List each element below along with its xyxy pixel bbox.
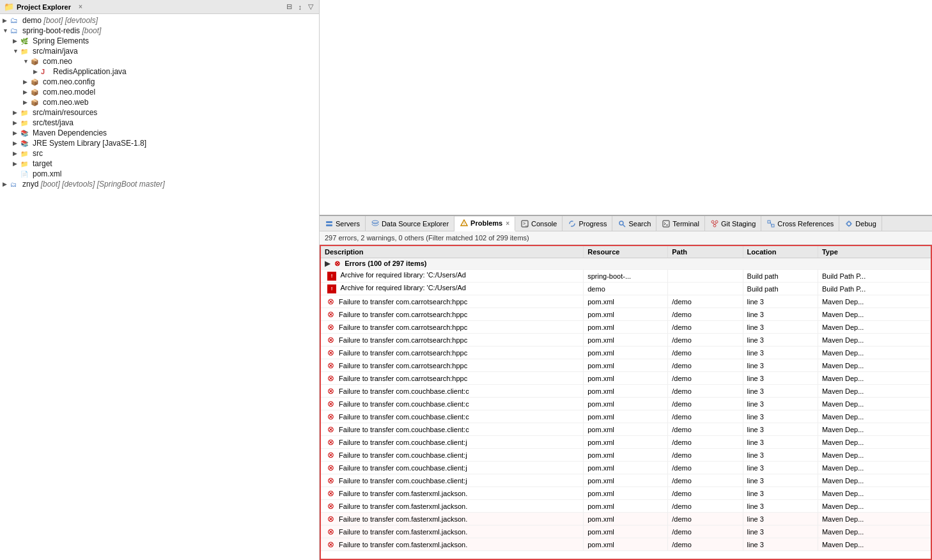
toggle-com-neo[interactable]: ▼	[23, 58, 31, 65]
toggle-target[interactable]: ▶	[13, 160, 20, 167]
cell-description: ⊗ Failure to transfer com.fasterxml.jack…	[321, 513, 584, 525]
desc-text: Failure to transfer com.fasterxml.jackso…	[339, 541, 467, 548]
cell-description: ⊗ Failure to transfer com.carrotsearch:h…	[321, 321, 584, 334]
cell-type: Maven Dep...	[818, 500, 930, 513]
view-menu-button[interactable]: ▽	[306, 2, 315, 12]
toggle-src-test-java[interactable]: ▶	[13, 120, 20, 126]
table-row[interactable]: ⊗ Failure to transfer com.carrotsearch:h…	[321, 321, 931, 334]
tree-item-com-neo-config[interactable]: ▶ 📦 com.neo.config	[0, 77, 319, 87]
tab-search[interactable]: Search	[612, 216, 656, 231]
svg-point-7	[570, 221, 575, 226]
table-row[interactable]: ⊗ Failure to transfer com.couchbase.clie…	[321, 398, 931, 410]
cell-type: Maven Dep...	[818, 385, 930, 398]
table-row[interactable]: ⊗ Failure to transfer com.couchbase.clie…	[321, 410, 931, 423]
table-row[interactable]: ⊗ Failure to transfer com.carrotsearch:h…	[321, 295, 931, 308]
tab-console[interactable]: >_ Console	[515, 216, 563, 231]
tree-item-target[interactable]: ▶ 📁 target	[0, 159, 319, 169]
toggle-src-main-resources[interactable]: ▶	[13, 109, 20, 116]
table-row[interactable]: ⊗ Failure to transfer com.fasterxml.jack…	[321, 525, 931, 538]
tree-item-jre-system[interactable]: ▶ 📚 JRE System Library [JavaSE-1.8]	[0, 138, 319, 148]
toggle-maven-deps[interactable]: ▶	[13, 130, 20, 136]
tree-item-spring-elements[interactable]: ▶ 🌿 Spring Elements	[0, 36, 319, 46]
toggle-spring-boot-redis[interactable]: ▼	[3, 27, 10, 34]
toggle-com-neo-web[interactable]: ▶	[23, 99, 31, 105]
table-row[interactable]: ! Archive for required library: 'C:/User…	[321, 283, 931, 295]
tree-area[interactable]: ▶ 🗂 demo [boot] [devtools] ▼ 🗂 spring-bo…	[0, 14, 319, 560]
tree-item-src-main-resources[interactable]: ▶ 📁 src/main/resources	[0, 107, 319, 118]
tree-item-spring-boot-redis[interactable]: ▼ 🗂 spring-boot-redis [boot]	[0, 26, 319, 36]
tree-item-src-main-java[interactable]: ▼ 📁 src/main/java	[0, 46, 319, 56]
svg-text:!: !	[463, 222, 465, 226]
toggle-spring-elements[interactable]: ▶	[13, 38, 20, 44]
col-header-type[interactable]: Type	[818, 246, 930, 258]
tree-item-com-neo-web[interactable]: ▶ 📦 com.neo.web	[0, 97, 319, 107]
toggle-demo[interactable]: ▶	[3, 17, 10, 24]
cell-description: ⊗ Failure to transfer com.carrotsearch:h…	[321, 295, 584, 308]
problems-table[interactable]: Description Resource Path Location Type	[320, 245, 932, 560]
error-icon: ⊗	[327, 450, 334, 460]
link-editor-button[interactable]: ↕	[297, 2, 304, 12]
table-row[interactable]: ⊗ Failure to transfer com.couchbase.clie…	[321, 474, 931, 487]
cell-resource: pom.xml	[584, 372, 668, 385]
table-row[interactable]: ⊗ Failure to transfer com.carrotsearch:h…	[321, 308, 931, 321]
desc-text: Failure to transfer com.carrotsearch:hpp…	[339, 362, 467, 369]
cell-description: ⊗ Failure to transfer com.carrotsearch:h…	[321, 308, 584, 321]
collapse-all-button[interactable]: ⊟	[284, 2, 294, 12]
tab-crossrefs[interactable]: Cross References	[761, 216, 839, 231]
tree-item-znyd[interactable]: ▶ 🗂 znyd [boot] [devtools] [SpringBoot m…	[0, 179, 319, 189]
table-row[interactable]: ⊗ Failure to transfer com.couchbase.clie…	[321, 423, 931, 436]
tab-servers[interactable]: Servers	[320, 216, 366, 231]
tab-gitstaging-label: Git Staging	[721, 220, 756, 228]
cell-type: Maven Dep...	[818, 449, 930, 462]
tree-item-src[interactable]: ▶ 📁 src	[0, 148, 319, 159]
table-row[interactable]: ⊗ Failure to transfer com.couchbase.clie…	[321, 462, 931, 474]
svg-line-15	[713, 223, 715, 224]
toggle-redis-app[interactable]: ▶	[33, 68, 41, 75]
cell-resource: pom.xml	[584, 500, 668, 513]
toggle-jre-system[interactable]: ▶	[13, 140, 20, 146]
table-row[interactable]: ⊗ Failure to transfer com.carrotsearch:h…	[321, 334, 931, 346]
table-row[interactable]: ⊗ Failure to transfer com.carrotsearch:h…	[321, 372, 931, 385]
tree-item-redis-application[interactable]: ▶ J RedisApplication.java	[0, 66, 319, 77]
tree-item-maven-deps[interactable]: ▶ 📚 Maven Dependencies	[0, 128, 319, 138]
cell-type: Maven Dep...	[818, 410, 930, 423]
tree-item-com-neo-model[interactable]: ▶ 📦 com.neo.model	[0, 87, 319, 97]
tree-item-com-neo[interactable]: ▼ 📦 com.neo	[0, 56, 319, 66]
problems-close-icon[interactable]: ×	[506, 220, 509, 227]
tree-item-demo[interactable]: ▶ 🗂 demo [boot] [devtools]	[0, 15, 319, 26]
tab-debug[interactable]: Debug	[839, 216, 882, 231]
col-header-location[interactable]: Location	[743, 246, 818, 258]
col-header-description[interactable]: Description	[321, 246, 584, 258]
tab-progress[interactable]: Progress	[563, 216, 612, 231]
table-row[interactable]: ⊗ Failure to transfer com.fasterxml.jack…	[321, 538, 931, 551]
tab-datasource[interactable]: Data Source Explorer	[366, 216, 454, 231]
tree-item-pom-xml[interactable]: 📄 pom.xml	[0, 169, 319, 179]
svg-line-19	[770, 222, 772, 226]
table-row[interactable]: ⊗ Failure to transfer com.fasterxml.jack…	[321, 500, 931, 513]
label-com-neo: com.neo	[43, 57, 72, 66]
tab-terminal[interactable]: Terminal	[656, 216, 705, 231]
table-row[interactable]: ⊗ Failure to transfer com.carrotsearch:h…	[321, 346, 931, 359]
table-row[interactable]: ⊗ Failure to transfer com.carrotsearch:h…	[321, 359, 931, 372]
table-row[interactable]: ⊗ Failure to transfer com.couchbase.clie…	[321, 436, 931, 449]
tab-gitstaging[interactable]: Git Staging	[705, 216, 761, 231]
tree-item-src-test-java[interactable]: ▶ 📁 src/test/java	[0, 118, 319, 128]
table-row[interactable]: ⊗ Failure to transfer com.couchbase.clie…	[321, 385, 931, 398]
cell-type: Maven Dep...	[818, 295, 930, 308]
tab-problems[interactable]: ! Problems ×	[454, 217, 515, 231]
toggle-znyd[interactable]: ▶	[3, 181, 10, 187]
error-icon: ⊗	[327, 463, 334, 472]
col-header-path[interactable]: Path	[668, 246, 743, 258]
table-row[interactable]: ⊗ Failure to transfer com.fasterxml.jack…	[321, 513, 931, 525]
table-row[interactable]: ⊗ Failure to transfer com.fasterxml.jack…	[321, 487, 931, 500]
label-pom-xml: pom.xml	[33, 169, 61, 178]
toggle-com-neo-config[interactable]: ▶	[23, 79, 31, 85]
table-row[interactable]: ⊗ Failure to transfer com.couchbase.clie…	[321, 449, 931, 462]
panel-close-icon[interactable]: ×	[79, 3, 82, 10]
toggle-com-neo-model[interactable]: ▶	[23, 89, 31, 95]
toggle-src-main-java[interactable]: ▼	[13, 48, 20, 54]
col-header-resource[interactable]: Resource	[584, 246, 668, 258]
table-row[interactable]: ! Archive for required library: 'C:/User…	[321, 270, 931, 283]
toggle-src[interactable]: ▶	[13, 150, 20, 157]
cell-resource: pom.xml	[584, 538, 668, 551]
